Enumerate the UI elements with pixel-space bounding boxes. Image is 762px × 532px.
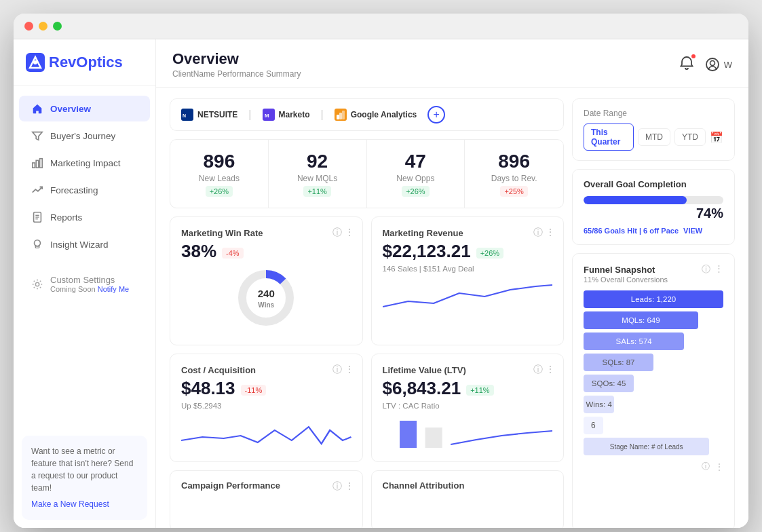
main-content: Overview ClientName Performance Summary xyxy=(156,39,748,528)
funnel-bar-leads: Leads: 1,220 xyxy=(584,290,723,308)
traffic-light-red[interactable] xyxy=(24,22,33,31)
metric-change-days: +25% xyxy=(500,186,527,197)
date-tab-this-quarter[interactable]: This Quarter xyxy=(584,124,634,151)
goal-view-link[interactable]: VIEW xyxy=(683,227,702,235)
notification-button[interactable] xyxy=(679,56,694,73)
metric-change-opps: +26% xyxy=(402,186,429,197)
date-tab-mtd[interactable]: MTD xyxy=(638,128,670,146)
traffic-light-green[interactable] xyxy=(53,22,62,31)
goal-progress-fill xyxy=(584,196,687,204)
widget-title-channel: Channel Attribution xyxy=(383,480,553,491)
sidebar-item-insight-wizard[interactable]: Insight Wizard xyxy=(19,231,150,257)
svg-point-12 xyxy=(35,282,39,286)
user-menu-button[interactable]: W xyxy=(705,57,732,72)
cac-chart xyxy=(181,417,351,451)
widget-value-win-rate: 38% xyxy=(181,241,216,262)
sidebar-item-reports[interactable]: Reports xyxy=(19,204,150,230)
feedback-link[interactable]: Make a New Request xyxy=(31,498,138,510)
funnel-label-sqos: SQOs: 45 xyxy=(592,379,626,387)
metric-new-mqls: 92 New MQLs +11% xyxy=(269,140,367,208)
calendar-icon[interactable]: 📅 xyxy=(710,131,723,144)
donut-chart-win-rate: 240 Wins xyxy=(235,267,297,328)
goal-progress-bar xyxy=(584,196,723,204)
info-icon-funnel-bottom[interactable]: ⓘ xyxy=(702,461,710,472)
menu-icon-funnel-bottom[interactable]: ⋮ xyxy=(715,462,723,472)
user-initial: W xyxy=(724,60,732,70)
sidebar-item-label-overview: Overview xyxy=(50,104,91,114)
metric-value-leads: 896 xyxy=(184,151,254,172)
widget-cost-acquisition: Cost / Acquisition ⓘ ⋮ $48.13 -11% Up $5… xyxy=(170,354,363,462)
widget-value-ltv: $6,843.21 xyxy=(383,378,461,399)
menu-icon-ltv[interactable]: ⋮ xyxy=(546,364,555,375)
notify-me-link[interactable]: Notify Me xyxy=(98,285,129,293)
date-tab-ytd[interactable]: YTD xyxy=(674,128,706,146)
sidebar-item-forecasting[interactable]: Forecasting xyxy=(19,177,150,203)
netsuite-icon: N xyxy=(181,109,193,121)
sidebar: RevOptics Overview Buyer's Journey xyxy=(14,39,156,528)
funnel-card: Funnel Snapshot ⓘ ⋮ 11% Overall Conversi… xyxy=(572,253,735,528)
datasource-marketo[interactable]: M Marketo xyxy=(263,109,310,121)
funnel-bar-stage: Stage Name: # of Leads xyxy=(584,438,723,455)
sidebar-item-label-reports: Reports xyxy=(50,212,82,223)
widget-value-revenue: $22,123.21 xyxy=(383,241,471,262)
metric-label-mqls: New MQLs xyxy=(282,174,353,183)
metric-value-mqls: 92 xyxy=(282,151,353,172)
settings-icon xyxy=(31,278,43,290)
datasource-google-analytics[interactable]: Google Analytics xyxy=(335,109,417,121)
widget-change-cac: -11% xyxy=(241,385,267,396)
widget-title-ltv: Lifetime Value (LTV) xyxy=(383,365,553,375)
logo-icon xyxy=(26,53,45,72)
user-circle-icon xyxy=(705,57,720,72)
menu-icon-win-rate[interactable]: ⋮ xyxy=(345,227,354,238)
traffic-light-yellow[interactable] xyxy=(39,22,47,31)
widget-marketing-revenue: Marketing Revenue ⓘ ⋮ $22,123.21 +26% 14… xyxy=(371,216,565,345)
sidebar-item-label-insight-wizard: Insight Wizard xyxy=(50,240,109,250)
feedback-text: Want to see a metric or feature that isn… xyxy=(31,446,133,493)
sidebar-item-settings[interactable]: Custom Settings Coming Soon Notify Me xyxy=(19,268,150,300)
menu-icon-cac[interactable]: ⋮ xyxy=(345,364,354,375)
netsuite-label: NETSUITE xyxy=(197,110,237,119)
date-range-card: Date Range This Quarter MTD YTD 📅 xyxy=(572,98,735,161)
bottom-widget-row: Campaign Performance ⓘ ⋮ Channel Attribu… xyxy=(170,470,564,528)
widget-sub-revenue: 146 Sales | $151 Avg Deal xyxy=(383,265,553,273)
svg-rect-25 xyxy=(400,421,417,448)
svg-point-11 xyxy=(35,240,41,246)
logo: RevOptics xyxy=(14,39,155,86)
funnel-sub: 11% Overall Conversions xyxy=(584,276,723,284)
sidebar-item-label-marketing-impact: Marketing Impact xyxy=(50,158,121,168)
date-tabs: This Quarter MTD YTD 📅 xyxy=(584,124,723,151)
menu-icon-funnel[interactable]: ⋮ xyxy=(715,263,723,276)
menu-icon-campaign[interactable]: ⋮ xyxy=(345,480,354,491)
info-icon-funnel[interactable]: ⓘ xyxy=(702,263,710,276)
add-datasource-button[interactable]: + xyxy=(427,106,445,124)
info-icon-campaign[interactable]: ⓘ xyxy=(332,480,342,493)
svg-rect-26 xyxy=(425,428,442,448)
home-icon xyxy=(31,102,43,115)
metric-change-mqls: +11% xyxy=(303,186,330,197)
google-analytics-icon xyxy=(335,109,347,121)
filter-icon xyxy=(31,130,43,142)
info-icon-win-rate[interactable]: ⓘ xyxy=(332,227,342,239)
funnel-bar-mqls: MQLs: 649 xyxy=(584,311,723,329)
right-panel: Date Range This Quarter MTD YTD 📅 Overal… xyxy=(572,98,735,528)
metric-value-opps: 47 xyxy=(381,151,451,172)
metric-value-days: 896 xyxy=(478,151,550,172)
goal-sub-text: 65/86 Goals Hit | 6 off Pace xyxy=(584,227,679,235)
svg-text:N: N xyxy=(183,113,186,118)
svg-rect-21 xyxy=(339,113,342,119)
metric-new-leads: 896 New Leads +26% xyxy=(170,140,269,208)
info-icon-ltv[interactable]: ⓘ xyxy=(533,364,543,376)
datasource-netsuite[interactable]: N NETSUITE xyxy=(181,109,237,121)
info-icon-revenue[interactable]: ⓘ xyxy=(533,227,543,239)
funnel-label-wins: Wins: 4 xyxy=(586,400,611,408)
sidebar-item-overview[interactable]: Overview xyxy=(19,96,150,121)
widget-channel-attribution: Channel Attribution xyxy=(371,470,565,528)
funnel-label-sqls: SQLs: 87 xyxy=(603,358,635,366)
menu-icon-revenue[interactable]: ⋮ xyxy=(546,227,555,238)
page-title: Overview xyxy=(172,50,301,68)
svg-rect-4 xyxy=(33,163,35,168)
sidebar-item-buyers-journey[interactable]: Buyer's Journey xyxy=(19,123,150,149)
svg-marker-3 xyxy=(33,132,42,140)
info-icon-cac[interactable]: ⓘ xyxy=(332,364,342,376)
sidebar-item-marketing-impact[interactable]: Marketing Impact xyxy=(19,150,150,176)
